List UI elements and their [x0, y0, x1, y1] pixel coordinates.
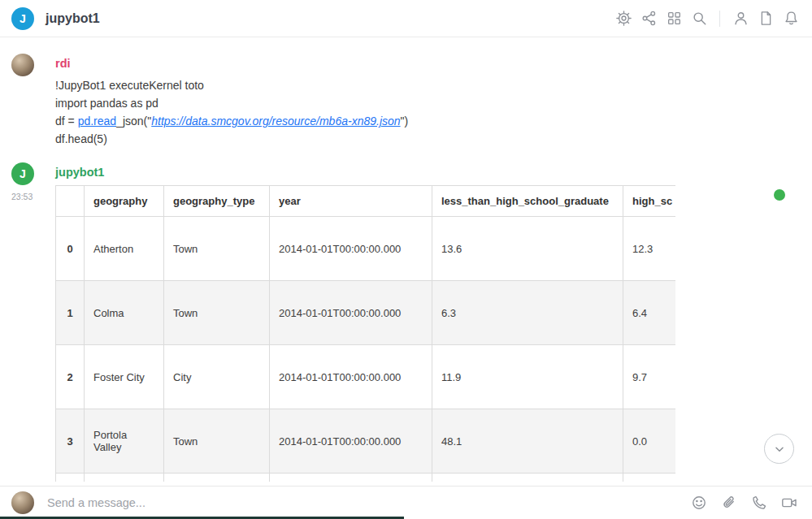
message-text-segment: _json(" [116, 115, 151, 128]
avatar-column: J 23:53 [11, 162, 55, 482]
row-index: 1 [56, 281, 85, 345]
table-cell [623, 474, 676, 482]
phone-icon[interactable] [748, 491, 771, 514]
table-cell: City [164, 345, 270, 409]
message-composer [0, 486, 812, 519]
message-text-segment: ") [401, 115, 409, 128]
table-cell: Town [164, 409, 270, 474]
table-cell: Foster City [85, 345, 164, 409]
user-icon[interactable] [729, 7, 752, 30]
table-cell [85, 474, 164, 482]
column-header: geography_type [164, 186, 270, 217]
table-cell: Town [164, 281, 270, 345]
user-avatar[interactable] [11, 54, 34, 76]
row-index: 3 [56, 409, 85, 474]
username-rdi[interactable]: rdi [55, 57, 812, 70]
video-call-icon[interactable] [778, 491, 801, 514]
channel-avatar-letter: J [20, 12, 26, 25]
table-row: 1ColmaTown2014-01-01T00:00:00.0006.36.4 [56, 281, 676, 345]
search-icon[interactable] [688, 7, 710, 30]
table-cell: 2014-01-01T00:00:00.000 [270, 345, 432, 409]
table-row-clipped [56, 474, 676, 482]
table-header: geographygeography_typeyearless_than_hig… [56, 186, 676, 217]
bell-icon[interactable] [779, 7, 802, 30]
table-cell: Town [164, 217, 270, 281]
timestamp: 23:53 [11, 192, 33, 201]
table-cell: 9.7 [623, 345, 676, 409]
channel-avatar[interactable]: J [11, 7, 34, 30]
composer-actions [688, 491, 801, 514]
table-cell: 6.3 [432, 281, 623, 345]
chat-app-window: J jupybot1 [0, 0, 812, 519]
message-line-2: import pandas as pd [55, 94, 812, 112]
bot-avatar[interactable]: J [11, 162, 34, 185]
message-rdi: rdi !JupyBot1 executeKernel toto import … [0, 37, 812, 148]
table-cell [270, 474, 432, 482]
chevron-down-icon [772, 442, 787, 456]
table-cell: 12.3 [623, 217, 676, 281]
channel-header: J jupybot1 [0, 0, 812, 37]
row-index: 2 [56, 345, 85, 409]
table-row: 0AthertonTown2014-01-01T00:00:00.00013.6… [56, 217, 676, 281]
table-cell [432, 474, 623, 482]
composer-avatar[interactable] [11, 491, 34, 514]
message-body: rdi !JupyBot1 executeKernel toto import … [55, 54, 812, 148]
avatar-column [11, 54, 55, 148]
attachment-icon[interactable] [718, 491, 740, 514]
table-cell: 0.0 [623, 409, 676, 474]
table-cell: 48.1 [432, 409, 623, 474]
message-link[interactable]: https://data.smcgov.org/resource/mb6a-xn… [151, 115, 400, 128]
table-cell: 2014-01-01T00:00:00.000 [270, 409, 432, 474]
share-icon[interactable] [637, 7, 660, 30]
table-cell [164, 474, 270, 482]
emoji-icon[interactable] [688, 491, 710, 514]
table-cell: 11.9 [432, 345, 623, 409]
table-row: 3Portola ValleyTown2014-01-01T00:00:00.0… [56, 409, 676, 474]
channel-title: jupybot1 [46, 11, 100, 26]
message-line-4: df.head(5) [55, 130, 812, 148]
message-line-1: !JupyBot1 executeKernel toto [55, 76, 812, 94]
unread-indicator[interactable] [774, 189, 785, 201]
table-cell: 2014-01-01T00:00:00.000 [270, 217, 432, 281]
message-body: jupybot1 geographygeography_typeyearless… [55, 162, 812, 482]
column-header [56, 186, 85, 217]
scroll-to-bottom-button[interactable] [764, 434, 794, 464]
table-cell: Atherton [85, 217, 164, 281]
column-header: high_sc [623, 186, 676, 217]
chat-area[interactable]: rdi !JupyBot1 executeKernel toto import … [0, 37, 812, 486]
apps-grid-icon[interactable] [662, 7, 685, 30]
message-link[interactable]: pd.read [78, 115, 116, 128]
bot-avatar-letter: J [20, 167, 26, 180]
settings-icon[interactable] [612, 7, 635, 30]
message-line-code: df = pd.read_json("https://data.smcgov.o… [55, 112, 812, 130]
dataframe-table: geographygeography_typeyearless_than_hig… [55, 185, 675, 482]
header-toolbar [612, 7, 802, 30]
column-header: geography [85, 186, 164, 217]
document-icon[interactable] [754, 7, 777, 30]
row-index: 0 [56, 217, 85, 281]
table-cell: 6.4 [623, 281, 676, 345]
table-cell: 13.6 [432, 217, 623, 281]
dataframe-container: geographygeography_typeyearless_than_hig… [55, 185, 675, 482]
message-jupybot1: J 23:53 jupybot1 geographygeography_type… [0, 162, 812, 482]
message-input[interactable] [46, 495, 688, 510]
toolbar-divider [719, 11, 720, 27]
table-cell: Portola Valley [85, 409, 164, 474]
message-text-segment: df = [55, 115, 78, 128]
column-header: less_than_high_school_graduate [432, 186, 623, 217]
table-cell: Colma [85, 281, 164, 345]
table-row: 2Foster CityCity2014-01-01T00:00:00.0001… [56, 345, 676, 409]
column-header: year [270, 186, 432, 217]
username-jupybot1[interactable]: jupybot1 [55, 166, 812, 179]
table-cell: 2014-01-01T00:00:00.000 [270, 281, 432, 345]
row-index [56, 474, 85, 482]
table-body: 0AthertonTown2014-01-01T00:00:00.00013.6… [56, 217, 676, 482]
